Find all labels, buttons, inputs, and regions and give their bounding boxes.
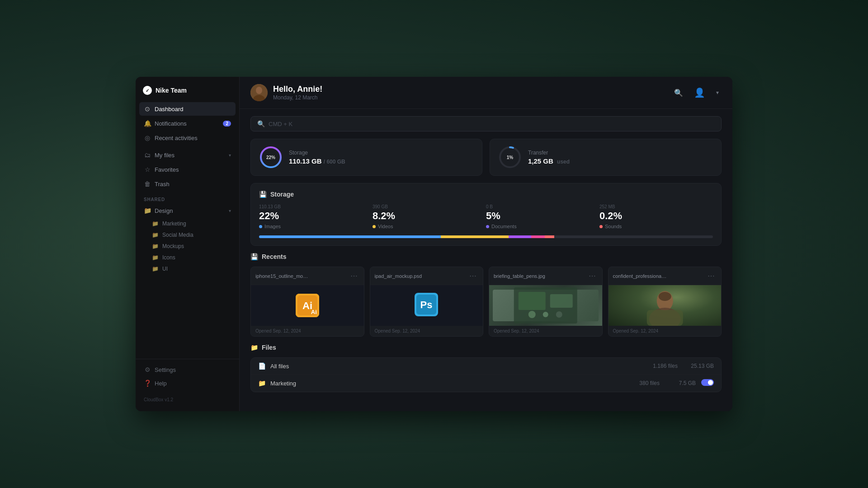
files-row-allfiles[interactable]: 📄 All files 1.186 files 25.13 GB bbox=[251, 358, 721, 375]
user-menu-button[interactable]: 👤 bbox=[691, 84, 708, 101]
sidebar-sub-label: UI bbox=[162, 266, 168, 272]
recent-icon: ◎ bbox=[144, 134, 151, 141]
transfer-title: Transfer bbox=[528, 150, 570, 156]
sidebar-item-design[interactable]: 📁 Design ▾ bbox=[139, 204, 236, 217]
files-row-name: Marketing bbox=[270, 380, 614, 387]
storage-title: Storage bbox=[289, 150, 345, 156]
videos-type: Videos bbox=[373, 224, 479, 229]
stats-row: 22% Storage 110.13 GB / 600 GB bbox=[250, 139, 722, 176]
folder-small-icon: 📁 bbox=[152, 221, 159, 227]
storage-stats-row: 110.13 GB 22% Images 390 GB 8.2% Videos bbox=[259, 204, 713, 229]
recent-card-header: confident_professional_in... ⋯ bbox=[609, 267, 722, 285]
images-dot bbox=[259, 225, 262, 228]
settings-icon: ⚙ bbox=[144, 366, 151, 373]
transfer-info: Transfer 1,25 GB used bbox=[528, 150, 570, 165]
kebab-menu-icon[interactable]: ⋯ bbox=[349, 271, 359, 281]
files-row-count: 1.186 files bbox=[632, 363, 678, 369]
sidebar-item-label: My files bbox=[155, 152, 175, 159]
folder-icon: 🗂 bbox=[144, 151, 151, 159]
files-row-toggle[interactable] bbox=[696, 379, 714, 387]
chevron-down-button[interactable]: ▾ bbox=[713, 87, 722, 99]
recent-file-name: iphone15_outline_mockup.ai bbox=[255, 273, 310, 279]
recent-opened: Opened Sep. 12, 2024 bbox=[251, 326, 364, 336]
sidebar-nav: ⊙ Dashboard 🔔 Notifications 2 ◎ Recent a… bbox=[136, 102, 239, 355]
sounds-pct: 0.2% bbox=[599, 210, 706, 222]
marketing-folder-icon: 📁 bbox=[258, 380, 266, 387]
recents-title: 💾 Recents bbox=[250, 253, 722, 260]
videos-dot bbox=[373, 225, 376, 228]
sidebar-sub-label: Mockups bbox=[162, 243, 184, 249]
sidebar-item-notifications[interactable]: 🔔 Notifications 2 bbox=[139, 117, 236, 130]
docs-size: 0 B bbox=[486, 204, 592, 209]
storage-pct-label: 22% bbox=[266, 155, 275, 160]
svg-rect-15 bbox=[550, 294, 573, 308]
sidebar-item-social-media[interactable]: 📁 Social Media bbox=[139, 230, 236, 240]
kebab-menu-icon[interactable]: ⋯ bbox=[467, 271, 478, 281]
bell-icon: 🔔 bbox=[144, 120, 151, 127]
header-actions: 🔍 👤 ▾ bbox=[671, 84, 722, 101]
search-bar[interactable]: 🔍 CMD + K bbox=[250, 116, 722, 131]
folder-small-icon: 📁 bbox=[152, 243, 159, 249]
bar-misc bbox=[531, 235, 545, 238]
folder-small-icon: 📁 bbox=[152, 254, 159, 261]
app-title: Nike Team bbox=[156, 87, 187, 94]
sidebar-item-recent[interactable]: ◎ Recent activities bbox=[139, 131, 236, 145]
images-pct: 22% bbox=[259, 210, 365, 222]
sidebar-item-myfiles[interactable]: 🗂 My files ▾ bbox=[139, 148, 236, 162]
sidebar-sub-label: Icons bbox=[162, 254, 175, 261]
sidebar-item-label: Dashboard bbox=[155, 106, 184, 113]
files-row-count: 380 files bbox=[614, 380, 660, 386]
main-content: 🔍 CMD + K bbox=[240, 109, 732, 411]
sidebar-item-mockups[interactable]: 📁 Mockups bbox=[139, 241, 236, 252]
recent-card-photo2[interactable]: confident_professional_in... ⋯ Opened bbox=[608, 267, 722, 337]
folder-small-icon: 📁 bbox=[152, 232, 159, 238]
svg-text:Ps: Ps bbox=[420, 299, 433, 310]
sidebar-item-marketing[interactable]: 📁 Marketing bbox=[139, 218, 236, 229]
sidebar-sub-label: Social Media bbox=[162, 232, 193, 238]
app-window: ✓ Nike Team ⊙ Dashboard 🔔 Notifications … bbox=[136, 77, 732, 411]
recents-icon: 💾 bbox=[250, 253, 258, 260]
docs-pct: 5% bbox=[486, 210, 592, 222]
sidebar-item-ui[interactable]: 📁 UI bbox=[139, 263, 236, 274]
recent-opened: Opened Sep. 12, 2024 bbox=[370, 326, 483, 336]
svg-point-1 bbox=[256, 87, 262, 94]
sidebar-item-favorites[interactable]: ☆ Favorites bbox=[139, 163, 236, 176]
app-version: CloudBox v1.2 bbox=[136, 394, 239, 404]
files-row-marketing[interactable]: 📁 Marketing 380 files 7.5 GB bbox=[251, 375, 721, 392]
recent-opened: Opened Sep. 12, 2024 bbox=[609, 326, 722, 336]
recent-card-photo1[interactable]: briefing_table_pens.jpg ⋯ bbox=[489, 267, 603, 337]
kebab-menu-icon[interactable]: ⋯ bbox=[587, 271, 598, 281]
transfer-unit: used bbox=[557, 159, 570, 165]
sidebar-item-dashboard[interactable]: ⊙ Dashboard bbox=[139, 102, 236, 116]
files-row-name: All files bbox=[270, 363, 632, 370]
recent-card-ai[interactable]: iphone15_outline_mockup.ai ⋯ Ai bbox=[250, 267, 364, 337]
transfer-pct-label: 1% bbox=[507, 155, 513, 160]
sidebar-item-help[interactable]: ❓ Help bbox=[139, 376, 236, 390]
sidebar-item-trash[interactable]: 🗑 Trash bbox=[139, 177, 236, 191]
recents-grid: iphone15_outline_mockup.ai ⋯ Ai bbox=[250, 267, 722, 337]
files-row-size: 7.5 GB bbox=[660, 380, 696, 386]
sidebar-item-icons[interactable]: 📁 Icons bbox=[139, 252, 236, 263]
sidebar-item-label: Favorites bbox=[155, 166, 179, 173]
sidebar-item-label: Trash bbox=[155, 181, 170, 188]
star-icon: ☆ bbox=[144, 166, 151, 173]
transfer-ring: 1% bbox=[498, 145, 522, 169]
images-type: Images bbox=[259, 224, 365, 229]
kebab-menu-icon[interactable]: ⋯ bbox=[706, 271, 717, 281]
storage-section: 💾 Storage 110.13 GB 22% Images 390 GB bbox=[250, 183, 722, 246]
toggle-on[interactable] bbox=[701, 379, 714, 386]
recent-card-header: iphone15_outline_mockup.ai ⋯ bbox=[251, 267, 364, 285]
sidebar-item-settings[interactable]: ⚙ Settings bbox=[139, 363, 236, 376]
shared-section-label: SHARED bbox=[139, 192, 236, 204]
recent-thumb-ai: Ai bbox=[251, 285, 364, 326]
search-button[interactable]: 🔍 bbox=[671, 86, 686, 100]
recent-card-psd[interactable]: ipad_air_mockup.psd ⋯ Ps bbox=[370, 267, 484, 337]
sidebar: ✓ Nike Team ⊙ Dashboard 🔔 Notifications … bbox=[136, 77, 240, 411]
files-list: 📄 All files 1.186 files 25.13 GB 📁 Marke… bbox=[250, 357, 722, 392]
main-header: Hello, Annie! Monday, 12 March 🔍 👤 ▾ bbox=[240, 77, 732, 109]
recents-section: 💾 Recents iphone15_outline_mockup.ai ⋯ bbox=[250, 253, 722, 337]
storage-sounds: 252 MB 0.2% Sounds bbox=[599, 204, 713, 229]
bar-sounds bbox=[545, 235, 554, 238]
sounds-type: Sounds bbox=[599, 224, 706, 229]
greeting-block: Hello, Annie! Monday, 12 March bbox=[273, 84, 322, 101]
